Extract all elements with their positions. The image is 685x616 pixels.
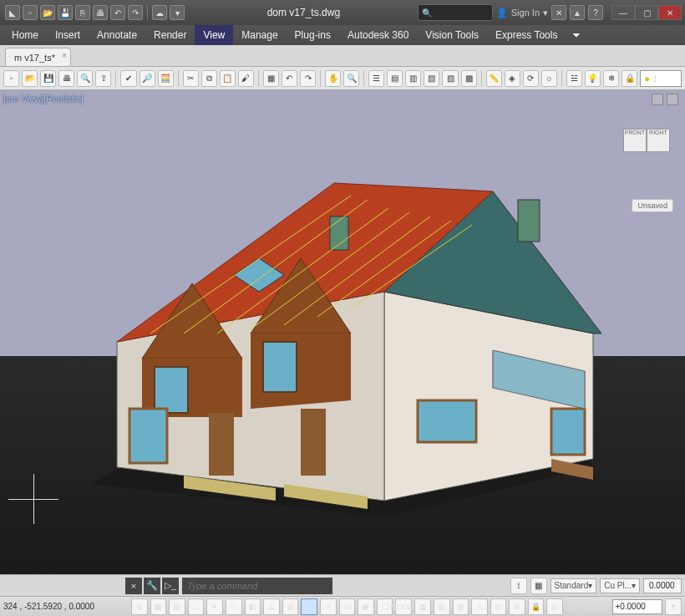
- tool-layeriso-icon[interactable]: ❄: [603, 70, 619, 87]
- close-tab-icon[interactable]: ×: [62, 51, 67, 60]
- viewport-label[interactable]: [om View][Realistic]: [3, 94, 84, 104]
- tool-spell-icon[interactable]: ✔: [120, 70, 136, 87]
- qat-dropdown-icon[interactable]: ▾: [170, 5, 185, 20]
- cloud-icon[interactable]: ☁: [152, 5, 167, 20]
- sign-in-button[interactable]: 👤 Sign In ▾: [496, 8, 548, 18]
- maximize-button[interactable]: ▢: [635, 5, 658, 20]
- open-icon[interactable]: 📂: [40, 5, 55, 20]
- tab-home[interactable]: Home: [3, 25, 47, 45]
- close-button[interactable]: ✕: [658, 5, 682, 20]
- tool-designcenter-icon[interactable]: ▤: [387, 70, 403, 87]
- tool-layer-icon[interactable]: ☱: [566, 70, 582, 87]
- exchange-icon[interactable]: ✕: [551, 5, 566, 20]
- status-ann-icon[interactable]: A: [471, 598, 488, 615]
- command-prompt-icon[interactable]: ▷_: [162, 578, 179, 594]
- print-icon[interactable]: 🖶: [93, 5, 108, 20]
- status-dyn-icon[interactable]: +: [301, 598, 317, 615]
- command-input[interactable]: [182, 578, 332, 594]
- command-close-icon[interactable]: ×: [125, 578, 142, 594]
- model-space-button[interactable]: MODEL: [395, 598, 412, 615]
- status-osnap-icon[interactable]: □: [226, 598, 242, 615]
- status-hw-icon[interactable]: ⊡: [546, 598, 563, 615]
- status-lock-icon[interactable]: 🔒: [528, 598, 545, 615]
- tool-pan-icon[interactable]: ✋: [325, 70, 341, 87]
- status-ortho-icon[interactable]: ∟: [188, 598, 205, 615]
- tool-3dorbit-icon[interactable]: ⟳: [523, 70, 539, 87]
- tab-render[interactable]: Render: [145, 25, 195, 45]
- tool-region-icon[interactable]: ◈: [505, 70, 520, 87]
- command-options-icon[interactable]: 🔧: [144, 578, 160, 594]
- saveas-icon[interactable]: ⎘: [75, 5, 90, 20]
- tool-calc-icon[interactable]: 🧮: [158, 70, 174, 87]
- search-input[interactable]: 🔍: [418, 4, 493, 21]
- redo-icon[interactable]: ↷: [128, 5, 143, 20]
- tool-markup-icon[interactable]: ▨: [442, 70, 458, 87]
- status-ducs-icon[interactable]: ⊞: [282, 598, 299, 615]
- status-snap-icon[interactable]: ▦: [150, 598, 167, 615]
- tab-annotate[interactable]: Annotate: [89, 25, 145, 45]
- undo-icon[interactable]: ↶: [110, 5, 125, 20]
- status-qvl-icon[interactable]: ▧: [453, 598, 469, 615]
- tool-quickcalc-icon[interactable]: ▩: [461, 70, 477, 87]
- cmd-icon-2[interactable]: ▦: [530, 578, 547, 594]
- tab-view[interactable]: View: [195, 25, 233, 45]
- tool-palette-icon[interactable]: ▥: [405, 70, 421, 87]
- status-lwt-icon[interactable]: ≡: [320, 598, 337, 615]
- cmd-dropdown-1[interactable]: Standard ▾: [551, 578, 597, 593]
- tool-publish-icon[interactable]: ⇪: [95, 70, 111, 87]
- tool-copy-icon[interactable]: ⧉: [201, 70, 217, 87]
- tool-open-icon[interactable]: 📂: [22, 70, 38, 87]
- status-qv-icon[interactable]: ▥: [434, 598, 450, 615]
- tool-paste-icon[interactable]: 📋: [220, 70, 236, 87]
- status-grid-icon[interactable]: ▤: [169, 598, 185, 615]
- tab-autodesk360[interactable]: Autodesk 360: [339, 25, 417, 45]
- new-icon[interactable]: ▫: [23, 5, 38, 20]
- tool-new-icon[interactable]: ▫: [3, 70, 19, 87]
- tool-redo-icon[interactable]: ↷: [300, 70, 316, 87]
- tab-plugins[interactable]: Plug-ins: [287, 25, 339, 45]
- viewport-maximize-icon[interactable]: [667, 94, 678, 105]
- tab-manage[interactable]: Manage: [233, 25, 286, 45]
- tool-layerprev-icon[interactable]: 🔒: [622, 70, 637, 87]
- tool-save-icon[interactable]: 💾: [40, 70, 56, 87]
- tool-layerstate-icon[interactable]: 💡: [585, 70, 601, 87]
- app-menu-button[interactable]: ◣: [5, 5, 20, 20]
- unsaved-view-badge[interactable]: Unsaved: [632, 199, 673, 212]
- tool-render-icon[interactable]: ☼: [541, 70, 557, 87]
- tool-plot-icon[interactable]: 🖶: [58, 70, 74, 87]
- elevation-input[interactable]: [612, 599, 662, 614]
- tool-blockedit-icon[interactable]: ▦: [263, 70, 279, 87]
- tab-insert[interactable]: Insert: [47, 25, 89, 45]
- save-icon[interactable]: 💾: [58, 5, 73, 20]
- tool-properties-icon[interactable]: ☰: [368, 70, 384, 87]
- tool-matchprop-icon[interactable]: 🖌: [238, 70, 254, 87]
- viewcube-right[interactable]: RIGHT: [647, 129, 670, 152]
- tool-zoom-icon[interactable]: 🔍: [343, 70, 359, 87]
- tool-find-icon[interactable]: 🔎: [140, 70, 155, 87]
- status-polar-icon[interactable]: ✶: [206, 598, 223, 615]
- cmd-dropdown-2[interactable]: Cu Pl... ▾: [600, 578, 640, 593]
- autodesk-icon[interactable]: ▲: [570, 5, 585, 20]
- view-cube[interactable]: FRONT RIGHT: [623, 124, 670, 157]
- status-filter-icon[interactable]: ▼: [665, 598, 682, 615]
- status-qp-icon[interactable]: ▣: [358, 598, 374, 615]
- file-tab[interactable]: m v17_ts* ×: [5, 48, 71, 66]
- status-3dosnap-icon[interactable]: ◧: [245, 598, 261, 615]
- ribbon-overflow-icon[interactable]: ⏷: [566, 25, 587, 45]
- drawing-viewport[interactable]: [om View][Realistic] FRONT RIGHT Unsaved: [0, 90, 685, 574]
- status-annscale-icon[interactable]: ⚖: [490, 598, 507, 615]
- tool-undo-icon[interactable]: ↶: [282, 70, 297, 87]
- tool-cut-icon[interactable]: ✂: [183, 70, 199, 87]
- tool-measure-icon[interactable]: 📏: [486, 70, 502, 87]
- help-icon[interactable]: ?: [588, 5, 603, 20]
- status-tpy-icon[interactable]: ▭: [339, 598, 356, 615]
- viewport-minimize-icon[interactable]: [652, 94, 663, 105]
- tab-visiontools[interactable]: Vision Tools: [417, 25, 487, 45]
- status-ws-icon[interactable]: ⚙: [509, 598, 525, 615]
- layer-dropdown[interactable]: ● 1: [640, 70, 682, 87]
- cmd-icon-1[interactable]: ⟟: [510, 578, 527, 594]
- minimize-button[interactable]: —: [611, 5, 635, 20]
- status-grid2-icon[interactable]: ▦: [414, 598, 431, 615]
- tool-sheetset-icon[interactable]: ▧: [424, 70, 439, 87]
- tab-expresstools[interactable]: Express Tools: [487, 25, 566, 45]
